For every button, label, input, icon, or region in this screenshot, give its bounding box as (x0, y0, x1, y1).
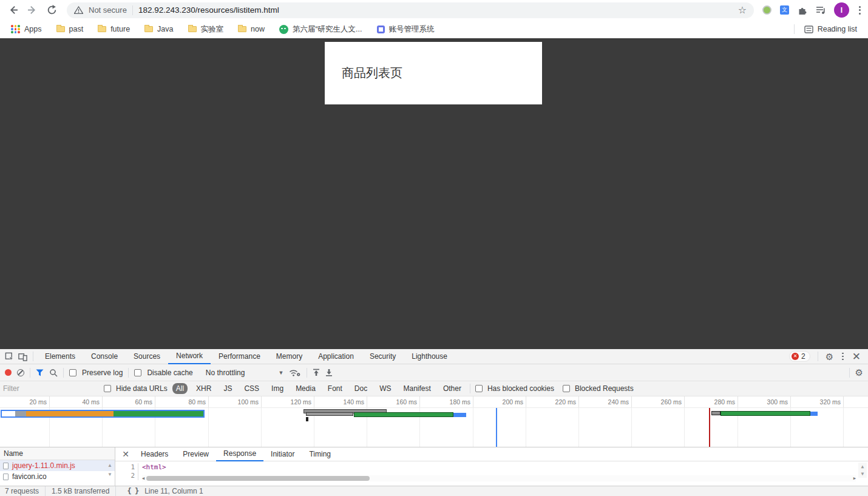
bookmark-folder-java[interactable]: Java (140, 24, 178, 35)
scroll-right-icon[interactable]: ▶ (853, 476, 856, 481)
blocked-requests-checkbox[interactable] (563, 385, 570, 392)
scroll-down-icon[interactable]: ▼ (107, 472, 112, 477)
apps-shortcut[interactable]: Apps (6, 24, 47, 35)
hide-data-urls-label[interactable]: Hide data URLs (116, 384, 168, 393)
disable-cache-checkbox[interactable] (134, 369, 141, 376)
detail-tab-initiator[interactable]: Initiator (263, 447, 302, 461)
extensions-puzzle-icon[interactable] (798, 5, 807, 15)
overview-request-bar-green-1 (354, 412, 453, 417)
scroll-down-icon[interactable]: ▼ (861, 471, 864, 477)
detail-tab-headers[interactable]: Headers (134, 447, 175, 461)
preserve-log-label[interactable]: Preserve log (82, 369, 123, 377)
filter-type-other[interactable]: Other (439, 383, 465, 394)
timeline-tick: 20 ms (10, 398, 47, 406)
devtools-close-icon[interactable]: ✕ (852, 352, 861, 362)
bookmark-folder-now[interactable]: now (233, 24, 270, 35)
filter-type-css[interactable]: CSS (240, 383, 263, 394)
address-bar[interactable]: Not secure 182.92.243.230/resources/list… (67, 2, 754, 18)
reading-list-button[interactable]: Reading list (799, 24, 862, 35)
forward-button[interactable] (25, 4, 39, 17)
throttling-select[interactable]: No throttling (206, 369, 245, 377)
scroll-left-icon[interactable]: ◀ (142, 476, 144, 481)
import-har-icon[interactable] (313, 369, 320, 376)
devtools-menu-icon[interactable] (841, 352, 845, 362)
export-har-icon[interactable] (325, 369, 333, 376)
devtools-tab-lighthouse[interactable]: Lighthouse (404, 349, 455, 364)
back-button[interactable] (6, 4, 19, 17)
scroll-up-icon[interactable]: ▲ (861, 464, 864, 469)
record-network-log-button[interactable] (5, 369, 12, 376)
filter-type-js[interactable]: JS (220, 383, 236, 394)
search-icon[interactable] (49, 369, 58, 377)
horizontal-scrollbar[interactable]: ◀ ▶ (142, 475, 856, 481)
filter-type-media[interactable]: Media (292, 383, 319, 394)
network-filter-bar: Hide data URLs All XHR JS CSS Img Media … (0, 381, 868, 396)
request-row-jquery[interactable]: jquery-1.11.0.min.js (0, 460, 115, 471)
request-row-favicon[interactable]: favicon.ico (0, 471, 115, 482)
detail-close-icon[interactable]: ✕ (118, 449, 134, 459)
bookmark-wechat[interactable]: 第六届“研究生人文... (274, 23, 367, 36)
disable-cache-label[interactable]: Disable cache (147, 369, 192, 377)
has-blocked-cookies-label[interactable]: Has blocked cookies (487, 384, 554, 393)
devtools-tab-sources[interactable]: Sources (126, 349, 168, 364)
devtools-tab-memory[interactable]: Memory (268, 349, 310, 364)
filter-type-doc[interactable]: Doc (351, 383, 371, 394)
throttling-dropdown-arrow-icon[interactable]: ▼ (278, 370, 283, 376)
devtools-tab-security[interactable]: Security (362, 349, 404, 364)
devtools-tab-network[interactable]: Network (168, 349, 211, 364)
vertical-scrollbar[interactable]: ▲ ▼ (858, 463, 867, 478)
network-settings-icon[interactable]: ⚙ (855, 368, 863, 377)
preserve-log-checkbox[interactable] (69, 369, 76, 376)
filter-funnel-icon[interactable] (36, 369, 44, 376)
inspect-element-button[interactable] (2, 350, 16, 363)
folder-icon (144, 26, 153, 32)
hide-data-urls-checkbox[interactable] (104, 385, 111, 392)
detail-tab-response[interactable]: Response (216, 447, 263, 461)
blocked-requests-label[interactable]: Blocked Requests (575, 384, 634, 393)
security-label[interactable]: Not secure (89, 5, 127, 15)
filter-type-all[interactable]: All (172, 383, 188, 394)
error-icon: ✕ (792, 353, 799, 360)
network-conditions-icon[interactable] (289, 369, 301, 377)
playlist-icon[interactable] (816, 6, 826, 15)
device-toolbar-button[interactable] (16, 350, 29, 363)
detail-tab-timing[interactable]: Timing (302, 447, 338, 461)
bookmark-folder-lab[interactable]: 实验室 (183, 23, 229, 36)
bookmark-account-system[interactable]: 账号管理系统 (372, 23, 439, 36)
apps-grid-icon (11, 25, 20, 33)
profile-avatar[interactable]: I (834, 2, 849, 18)
pretty-print-icon[interactable]: { } (127, 487, 138, 495)
devtools-tab-console[interactable]: Console (83, 349, 126, 364)
clear-network-log-icon[interactable] (17, 369, 24, 376)
filter-type-img[interactable]: Img (268, 383, 287, 394)
devtools-tab-performance[interactable]: Performance (211, 349, 268, 364)
filter-type-xhr[interactable]: XHR (192, 383, 215, 394)
reload-button[interactable] (45, 4, 58, 17)
overview-request-tick (306, 417, 308, 421)
has-blocked-cookies-checkbox[interactable] (475, 385, 483, 392)
detail-tab-preview[interactable]: Preview (175, 447, 216, 461)
browser-menu-icon[interactable] (858, 5, 862, 16)
error-count-badge[interactable]: ✕ 2 (789, 351, 810, 362)
url-text[interactable]: 182.92.243.230/resources/listitem.html (138, 5, 279, 15)
filter-type-font[interactable]: Font (324, 383, 346, 394)
filter-input[interactable] (3, 384, 99, 393)
transferred-size: 1.5 kB transferred (52, 487, 109, 495)
network-overview-waterfall[interactable] (0, 408, 868, 447)
devtools-settings-icon[interactable]: ⚙ (826, 352, 833, 361)
bookmark-star-icon[interactable]: ☆ (738, 5, 747, 15)
bookmark-folder-past[interactable]: past (52, 24, 89, 35)
devtools-tab-elements[interactable]: Elements (37, 349, 83, 364)
translate-extension-icon[interactable]: 文 (780, 5, 789, 15)
devtools-tab-application[interactable]: Application (310, 349, 362, 364)
request-list-scrollbar[interactable]: ▲ ▼ (106, 463, 114, 477)
response-source-view[interactable]: 1 <html> 2 ◀ ▶ ▲ ▼ (115, 461, 868, 486)
extension-green-icon[interactable] (762, 5, 771, 15)
filter-type-manifest[interactable]: Manifest (400, 383, 435, 394)
filter-type-ws[interactable]: WS (376, 383, 395, 394)
overview-request-bar-green-2 (721, 411, 810, 416)
bookmark-folder-future[interactable]: future (93, 24, 135, 35)
scroll-up-icon[interactable]: ▲ (107, 463, 112, 468)
name-column-header[interactable]: Name (0, 447, 115, 460)
horizontal-scrollbar-thumb[interactable] (146, 476, 370, 481)
